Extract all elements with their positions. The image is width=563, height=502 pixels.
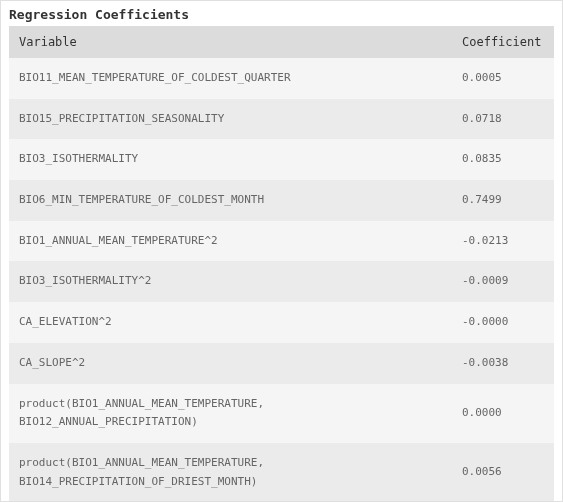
cell-variable: BIO3_ISOTHERMALITY^2 xyxy=(9,261,452,302)
regression-panel: Regression Coefficients Variable Coeffic… xyxy=(0,0,563,502)
cell-coefficient: 0.0718 xyxy=(452,99,554,140)
table-row: product(BIO1_ANNUAL_MEAN_TEMPERATURE, BI… xyxy=(9,443,554,502)
cell-coefficient: -0.0009 xyxy=(452,261,554,302)
cell-variable: BIO15_PRECIPITATION_SEASONALITY xyxy=(9,99,452,140)
cell-variable: BIO6_MIN_TEMPERATURE_OF_COLDEST_MONTH xyxy=(9,180,452,221)
cell-variable: BIO3_ISOTHERMALITY xyxy=(9,139,452,180)
col-coefficient: Coefficient xyxy=(452,26,554,58)
coefficients-table: Variable Coefficient BIO11_MEAN_TEMPERAT… xyxy=(9,26,554,502)
cell-variable: BIO11_MEAN_TEMPERATURE_OF_COLDEST_QUARTE… xyxy=(9,58,452,99)
table-wrap: Variable Coefficient BIO11_MEAN_TEMPERAT… xyxy=(1,26,562,502)
cell-coefficient: -0.0213 xyxy=(452,221,554,262)
table-row: BIO6_MIN_TEMPERATURE_OF_COLDEST_MONTH0.7… xyxy=(9,180,554,221)
table-row: CA_ELEVATION^2-0.0000 xyxy=(9,302,554,343)
cell-coefficient: -0.0000 xyxy=(452,302,554,343)
cell-coefficient: 0.0005 xyxy=(452,58,554,99)
panel-title: Regression Coefficients xyxy=(1,1,562,26)
cell-variable: CA_SLOPE^2 xyxy=(9,343,452,384)
table-row: product(BIO1_ANNUAL_MEAN_TEMPERATURE, BI… xyxy=(9,384,554,443)
table-row: BIO3_ISOTHERMALITY^2-0.0009 xyxy=(9,261,554,302)
cell-variable: CA_ELEVATION^2 xyxy=(9,302,452,343)
cell-variable: product(BIO1_ANNUAL_MEAN_TEMPERATURE, BI… xyxy=(9,443,452,502)
table-row: BIO11_MEAN_TEMPERATURE_OF_COLDEST_QUARTE… xyxy=(9,58,554,99)
table-row: BIO3_ISOTHERMALITY0.0835 xyxy=(9,139,554,180)
col-variable: Variable xyxy=(9,26,452,58)
table-row: CA_SLOPE^2-0.0038 xyxy=(9,343,554,384)
cell-coefficient: 0.0000 xyxy=(452,384,554,443)
cell-coefficient: 0.7499 xyxy=(452,180,554,221)
cell-coefficient: 0.0056 xyxy=(452,443,554,502)
cell-coefficient: 0.0835 xyxy=(452,139,554,180)
cell-coefficient: -0.0038 xyxy=(452,343,554,384)
cell-variable: BIO1_ANNUAL_MEAN_TEMPERATURE^2 xyxy=(9,221,452,262)
table-row: BIO1_ANNUAL_MEAN_TEMPERATURE^2-0.0213 xyxy=(9,221,554,262)
cell-variable: product(BIO1_ANNUAL_MEAN_TEMPERATURE, BI… xyxy=(9,384,452,443)
table-row: BIO15_PRECIPITATION_SEASONALITY0.0718 xyxy=(9,99,554,140)
table-header-row: Variable Coefficient xyxy=(9,26,554,58)
